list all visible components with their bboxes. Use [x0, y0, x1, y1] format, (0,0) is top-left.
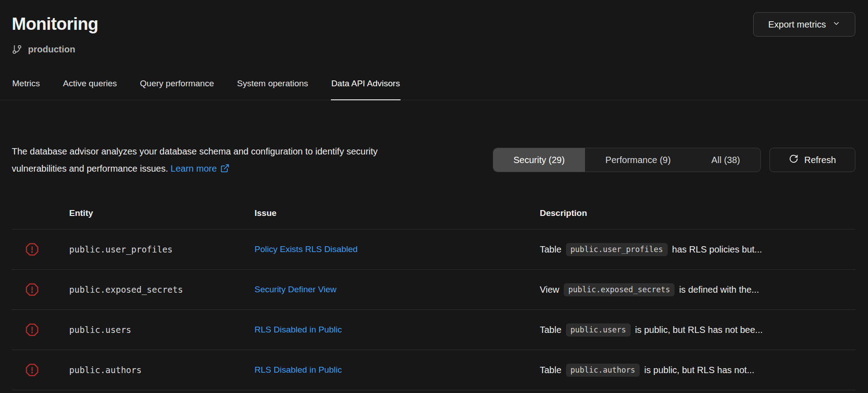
learn-more-label: Learn more: [170, 164, 217, 173]
filter-security[interactable]: Security (29): [493, 148, 585, 172]
filter-segmented-control: Security (29) Performance (9) All (38): [493, 148, 761, 172]
tab-metrics[interactable]: Metrics: [12, 74, 40, 100]
table-row[interactable]: public.authors RLS Disabled in Public Ta…: [12, 350, 855, 390]
description-suffix: is public, but RLS has not bee...: [635, 325, 763, 335]
description-suffix: has RLS policies but...: [672, 244, 762, 255]
filter-performance[interactable]: Performance (9): [585, 148, 691, 172]
table-row[interactable]: public.user_profiles Policy Exists RLS D…: [12, 229, 855, 270]
advisor-description: The database advisor analyzes your datab…: [12, 143, 380, 177]
advisor-issues-table: Entity Issue Description public.user_pro…: [12, 197, 855, 390]
entity-name: public.exposed_secrets: [69, 285, 255, 295]
advisor-header-row: The database advisor analyzes your datab…: [12, 143, 855, 177]
description-code-chip: public.user_profiles: [566, 243, 668, 256]
table-row[interactable]: public.exposed_secrets Security Definer …: [12, 270, 855, 310]
issue-link[interactable]: RLS Disabled in Public: [255, 365, 540, 375]
description-prefix: Table: [540, 244, 561, 255]
description-code-chip: public.authors: [566, 364, 640, 377]
column-header-issue: Issue: [255, 208, 540, 218]
issue-description: Table public.authors is public, but RLS …: [540, 364, 855, 377]
filter-all[interactable]: All (38): [691, 148, 760, 172]
tab-data-api-advisors[interactable]: Data API Advisors: [331, 74, 401, 100]
refresh-button[interactable]: Refresh: [769, 148, 855, 172]
issue-description: View public.exposed_secrets is defined w…: [540, 283, 855, 296]
description-prefix: Table: [540, 365, 561, 375]
export-metrics-button[interactable]: Export metrics: [753, 12, 855, 37]
monitoring-tabs: Metrics Active queries Query performance…: [0, 74, 868, 100]
page-title: Monitoring: [12, 0, 855, 34]
warning-octagon-icon: [12, 323, 69, 337]
column-header-description: Description: [540, 208, 855, 218]
warning-octagon-icon: [12, 363, 69, 377]
table-row[interactable]: public.users RLS Disabled in Public Tabl…: [12, 310, 855, 350]
learn-more-link[interactable]: Learn more: [170, 164, 229, 173]
tab-system-operations[interactable]: System operations: [236, 74, 308, 100]
description-code-chip: public.exposed_secrets: [564, 283, 675, 296]
advisor-controls: Security (29) Performance (9) All (38) R…: [493, 148, 855, 172]
description-prefix: View: [540, 285, 559, 295]
environment-label: production: [28, 44, 75, 55]
refresh-label: Refresh: [804, 155, 836, 165]
description-code-chip: public.users: [566, 323, 631, 337]
environment-breadcrumb: production: [12, 43, 855, 55]
column-header-entity: Entity: [69, 208, 255, 218]
description-suffix: is public, but RLS has not...: [644, 365, 754, 375]
export-metrics-label: Export metrics: [768, 19, 826, 30]
issue-link[interactable]: Policy Exists RLS Disabled: [255, 244, 540, 254]
issue-link[interactable]: RLS Disabled in Public: [255, 325, 540, 335]
chevron-down-icon: [832, 19, 840, 30]
tab-active-queries[interactable]: Active queries: [62, 74, 117, 100]
refresh-icon: [789, 154, 798, 166]
issue-link[interactable]: Security Definer View: [255, 285, 540, 295]
warning-octagon-icon: [12, 243, 69, 256]
description-prefix: Table: [540, 325, 561, 335]
entity-name: public.user_profiles: [69, 244, 255, 254]
issue-description: Table public.users is public, but RLS ha…: [540, 323, 855, 337]
table-header-row: Entity Issue Description: [12, 197, 855, 229]
description-suffix: is defined with the...: [679, 285, 759, 295]
warning-octagon-icon: [12, 283, 69, 296]
external-link-icon: [217, 164, 230, 173]
tab-query-performance[interactable]: Query performance: [140, 74, 215, 100]
entity-name: public.users: [69, 325, 255, 335]
issue-description: Table public.user_profiles has RLS polic…: [540, 243, 855, 256]
entity-name: public.authors: [69, 365, 255, 375]
monitoring-page: Monitoring production Export metrics Met…: [0, 0, 868, 393]
git-branch-icon: [12, 44, 22, 55]
